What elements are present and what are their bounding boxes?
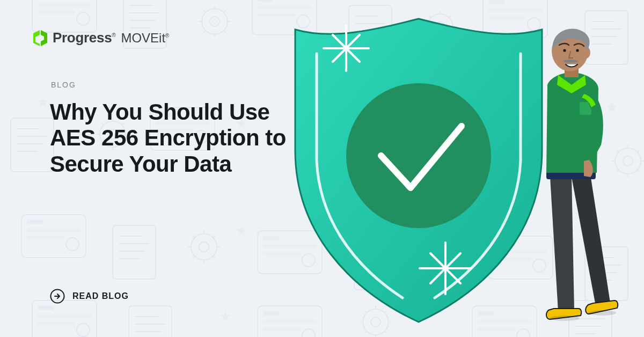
brand-logo: Progress® MOVEit® <box>32 30 169 46</box>
svg-point-30 <box>550 316 580 321</box>
eyebrow-label: BLOG <box>51 80 76 89</box>
svg-point-21 <box>346 83 491 228</box>
person-illustration <box>546 29 618 321</box>
hero-illustration <box>268 0 644 337</box>
brand-company-name: Progress® <box>53 30 115 46</box>
shield-check-icon <box>295 19 542 322</box>
arrow-right-circle-icon <box>50 289 65 304</box>
svg-point-37 <box>563 49 566 52</box>
progress-chevron-icon <box>32 30 48 46</box>
read-blog-link[interactable]: READ BLOG <box>50 289 129 304</box>
svg-point-31 <box>588 310 616 316</box>
svg-point-38 <box>576 49 579 52</box>
read-blog-label: READ BLOG <box>72 291 129 301</box>
brand-product-name: MOVEit® <box>121 31 169 46</box>
